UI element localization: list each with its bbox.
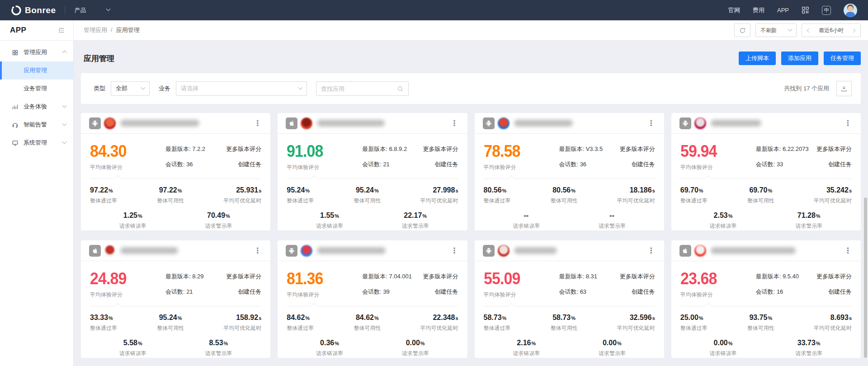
more-version-scores-link[interactable]: 更多版本评分: [620, 272, 655, 281]
next-range-icon[interactable]: [851, 28, 856, 33]
more-menu-icon[interactable]: ⋮: [646, 118, 657, 128]
stat-optimizable-latency: 27.998s 平均可优化延时: [393, 186, 458, 205]
stat-error-rate: 1.25% 请求错误率: [90, 211, 176, 230]
stat-availability: 84.62% 整体可用性: [341, 314, 393, 332]
apps-grid-icon[interactable]: [802, 6, 809, 14]
sidebar-item-business-experience[interactable]: 业务体验: [0, 98, 73, 116]
user-avatar[interactable]: [844, 4, 857, 17]
os-badge: [679, 117, 691, 129]
score-label: 平均体验评分: [680, 164, 720, 171]
nav-link-app[interactable]: APP: [777, 7, 789, 14]
create-task-link[interactable]: 创建任务: [238, 160, 261, 169]
scrollbar-thumb[interactable]: [864, 197, 867, 358]
collapse-sidebar-icon[interactable]: [58, 27, 65, 34]
more-menu-icon[interactable]: ⋮: [449, 246, 460, 255]
more-version-scores-link[interactable]: 更多版本评分: [816, 145, 852, 153]
more-menu-icon[interactable]: ⋮: [252, 246, 263, 255]
stat-optimizable-latency: 22.348s 平均可优化延时: [393, 314, 458, 332]
stat-pass-rate: 33.33% 整体通过率: [90, 314, 145, 332]
logo-text: Bonree: [25, 5, 56, 15]
upload-script-button[interactable]: 上传脚本: [739, 52, 776, 65]
nav-link-website[interactable]: 官网: [728, 6, 740, 14]
create-task-link[interactable]: 创建任务: [435, 288, 458, 296]
app-logo-redacted: [104, 117, 116, 129]
breadcrumb-parent[interactable]: 管理应用: [84, 26, 107, 34]
grid-icon: [12, 49, 19, 56]
app-logo-redacted: [301, 245, 312, 257]
more-menu-icon[interactable]: ⋮: [449, 118, 460, 128]
more-menu-icon[interactable]: ⋮: [842, 118, 854, 128]
divider: [65, 6, 65, 14]
refresh-interval-select[interactable]: 不刷新: [755, 23, 797, 37]
stat-error-rate: 2.16% 请求错误率: [484, 339, 570, 357]
refresh-button[interactable]: [734, 23, 750, 37]
app-name-redacted: [120, 120, 199, 127]
more-menu-icon[interactable]: ⋮: [646, 246, 657, 255]
stat-optimizable-latency: 18.186s 平均可优化延时: [590, 186, 655, 205]
more-menu-icon[interactable]: ⋮: [252, 118, 263, 128]
latest-version: 最新版本: 7.2.2: [165, 145, 205, 153]
top-navbar: Bonree 产品 官网 费用 APP 中: [0, 0, 868, 20]
create-task-link[interactable]: 创建任务: [632, 160, 655, 169]
app-logo-redacted: [694, 245, 706, 257]
score-label: 平均体验评分: [90, 164, 130, 171]
stat-optimizable-latency: 35.242s 平均可优化延时: [787, 186, 852, 205]
stat-pass-rate: 95.24% 整体通过率: [287, 186, 341, 205]
type-filter-select[interactable]: 全部: [111, 81, 150, 96]
app-search-input[interactable]: [321, 85, 397, 92]
score-label: 平均体验评分: [287, 164, 326, 171]
more-version-scores-link[interactable]: 更多版本评分: [226, 145, 261, 153]
divider: [680, 306, 852, 306]
search-icon[interactable]: [397, 85, 404, 92]
stat-pass-rate: 80.56% 整体通过率: [484, 186, 538, 205]
task-management-button[interactable]: 任务管理: [824, 52, 861, 65]
stat-warn-rate: 71.28% 请求警示率: [766, 211, 852, 230]
add-app-button[interactable]: 添加应用: [781, 52, 818, 65]
stat-pass-rate: 97.22% 整体通过率: [90, 186, 145, 205]
more-menu-icon[interactable]: ⋮: [842, 246, 854, 255]
apple-icon: [92, 247, 99, 254]
stat-availability: 80.56% 整体可用性: [538, 186, 590, 205]
download-button[interactable]: [836, 81, 852, 96]
prev-range-icon[interactable]: [807, 28, 811, 33]
sidebar-item-smart-alert[interactable]: 智能告警: [0, 116, 73, 134]
stat-warn-rate: 0.00% 请求警示率: [373, 339, 458, 357]
more-version-scores-link[interactable]: 更多版本评分: [423, 272, 458, 281]
product-menu[interactable]: 产品: [74, 6, 110, 14]
create-task-link[interactable]: 创建任务: [435, 160, 458, 169]
divider: [90, 306, 261, 306]
create-task-link[interactable]: 创建任务: [238, 288, 261, 296]
os-badge: [89, 117, 101, 129]
more-version-scores-link[interactable]: 更多版本评分: [620, 145, 655, 153]
create-task-link[interactable]: 创建任务: [828, 160, 852, 169]
more-version-scores-link[interactable]: 更多版本评分: [816, 272, 852, 281]
experience-score: 24.89: [90, 270, 127, 287]
sidebar-item-business-management[interactable]: 业务管理: [0, 80, 73, 98]
divider: [287, 306, 458, 306]
language-switch[interactable]: 中: [822, 6, 831, 15]
session-count: 会话数: 16: [756, 288, 783, 296]
experience-score: 91.08: [287, 143, 323, 160]
session-count: 会话数: 21: [362, 160, 390, 169]
latest-version: 最新版本: 9.5.40: [756, 272, 799, 281]
experience-score: 84.30: [90, 143, 127, 160]
sidebar-item-system-management[interactable]: 系统管理: [0, 134, 73, 152]
business-filter-select[interactable]: 请选择: [176, 81, 307, 96]
result-count: 共找到 17 个应用: [784, 84, 829, 93]
nav-link-billing[interactable]: 费用: [753, 6, 764, 14]
more-version-scores-link[interactable]: 更多版本评分: [226, 272, 261, 281]
app-logo-redacted: [694, 117, 706, 129]
bonree-logo[interactable]: Bonree: [11, 5, 56, 16]
session-count: 会话数: 33: [756, 160, 783, 169]
stat-warn-rate: 8.53% 请求警示率: [176, 339, 262, 357]
latest-version: 最新版本: 7.04.001: [362, 272, 412, 281]
sidebar-item-app-management[interactable]: 应用管理: [0, 61, 73, 80]
more-version-scores-link[interactable]: 更多版本评分: [423, 145, 458, 153]
time-range-picker[interactable]: 最近6小时: [802, 23, 861, 37]
sidebar-item-manage-apps[interactable]: 管理应用: [0, 43, 73, 61]
create-task-link[interactable]: 创建任务: [632, 288, 655, 296]
score-label: 平均体验评分: [484, 164, 524, 171]
headset-icon: [12, 121, 19, 128]
create-task-link[interactable]: 创建任务: [828, 288, 852, 296]
os-badge: [679, 245, 691, 257]
